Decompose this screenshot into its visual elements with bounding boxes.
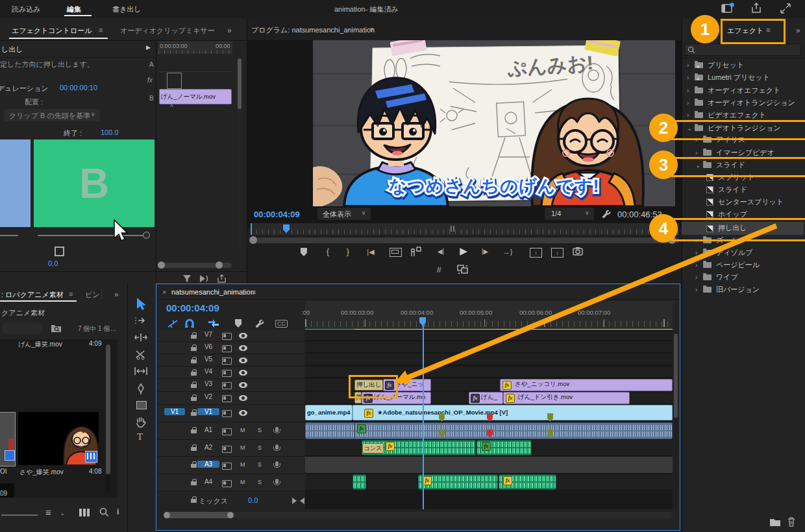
effects-tree-video-effects[interactable]: ›ビデオエフェクト (682, 109, 804, 121)
effects-overflow-icon[interactable]: » (796, 26, 800, 35)
go-to-in-button[interactable]: |◀ (364, 248, 378, 256)
mix-track-header[interactable]: ミックス 0.0 (157, 493, 304, 509)
project-menu-icon[interactable]: ≡ (69, 290, 73, 298)
timeline-vscroll-thumb[interactable] (674, 333, 678, 418)
program-menu-icon[interactable]: ≡ (369, 25, 373, 33)
eye-icon[interactable] (239, 370, 247, 376)
share-export-icon[interactable] (750, 3, 762, 14)
new-folder-icon[interactable] (769, 518, 781, 527)
timeline-tab-close-icon[interactable]: × (162, 288, 166, 296)
project-breadcrumb[interactable]: クアニメ素材 (1, 308, 45, 318)
mute-button[interactable]: M (240, 427, 245, 433)
menu-export[interactable]: 書き出し (112, 5, 142, 14)
captions-cc-icon[interactable]: CC (275, 320, 288, 328)
duration-value[interactable]: 00:00:00:10 (60, 84, 97, 91)
checkbox-icon[interactable] (55, 247, 64, 256)
effect-row-pushout[interactable]: し出し ▶ (0, 42, 156, 58)
mic-icon[interactable] (275, 461, 279, 466)
tab-project[interactable]: : ロパクアニメ素材 (1, 290, 64, 300)
zoom-level-select[interactable]: 全体表示 ∨ (317, 208, 371, 220)
tab-audio-clip-mixer[interactable]: オーディオクリップミキサー (120, 26, 215, 36)
eye-icon[interactable] (239, 410, 247, 416)
media-thumbnail[interactable] (18, 412, 99, 465)
play-around-icon[interactable] (199, 274, 209, 283)
program-scroll-handle-left[interactable] (249, 236, 257, 244)
timeline-hscroll-thumb[interactable] (166, 512, 230, 518)
eye-icon[interactable] (239, 345, 247, 351)
type-tool[interactable]: T (137, 431, 143, 442)
bottom-value[interactable]: 0.0 (48, 260, 58, 267)
effects-tree-whip[interactable]: ホイップ (682, 208, 804, 221)
clip-v3-saya-nikkori[interactable]: fxさや_ニッコリ.mov (500, 379, 673, 391)
export-icon[interactable] (217, 274, 227, 283)
export-frame-camera-button[interactable] (573, 247, 583, 256)
export-frame-button[interactable] (411, 247, 421, 257)
ec-hscroll-handle-right[interactable] (216, 261, 223, 269)
ripple-edit-tool[interactable] (134, 333, 147, 342)
menu-import[interactable]: 読み込み (12, 5, 41, 14)
effects-menu-icon[interactable]: ≡ (766, 26, 770, 34)
timeline-ruler[interactable]: :00 00:00:03:00 00:00:04:00 00:00:05:00 … (305, 301, 673, 329)
effects-tree-audio-effects[interactable]: ›オーディオエフェクト (682, 84, 804, 97)
ec-vscrollbar[interactable] (238, 57, 242, 248)
ec-vscroll-thumb[interactable] (238, 58, 242, 109)
linked-selection-icon[interactable] (208, 319, 219, 328)
clipped-item-name[interactable]: げん_爆笑.mov (18, 340, 62, 349)
ec-clip-b[interactable]: げん_ノーマル.mov (159, 89, 232, 104)
effects-tree-iris[interactable]: ›アイリス (682, 134, 804, 146)
list-view-icon[interactable]: ≡ (45, 507, 51, 518)
program-scrub-ruler[interactable] (251, 223, 679, 235)
info-icon[interactable]: i (117, 507, 119, 516)
track-header-v4[interactable]: V4 (157, 367, 304, 379)
eye-icon[interactable] (239, 395, 247, 401)
razor-tool[interactable] (135, 350, 147, 360)
clip-a4-audio-1[interactable] (353, 474, 366, 490)
effects-tree-split[interactable]: スプリット (682, 171, 804, 184)
mic-icon[interactable] (275, 444, 279, 450)
effects-tree-video-transitions[interactable]: ⌄ビデオトランジション (682, 122, 804, 134)
add-marker-button[interactable] (301, 248, 307, 256)
partial-selected-thumbnail[interactable] (0, 412, 16, 466)
selection-tool[interactable] (136, 298, 147, 311)
mute-button[interactable]: M (240, 479, 245, 485)
timeline-settings-wrench-icon[interactable] (254, 319, 265, 329)
menu-edit[interactable]: 編集 (67, 5, 81, 14)
effects-tree-page-peel[interactable]: ›ページピール (682, 259, 804, 271)
snap-edits-icon[interactable] (167, 319, 179, 328)
playback-resolution-select[interactable]: 1/4 ∨ (545, 208, 594, 220)
mic-icon[interactable] (275, 479, 279, 484)
effects-tree-lumetri-presets[interactable]: ›Lumetri プリセット (682, 71, 804, 84)
clip-v2-gen-donbiki[interactable]: fxげん_ドン引き.mov (503, 392, 630, 404)
mark-in-button[interactable]: { (321, 247, 335, 256)
slider-track-left[interactable] (0, 235, 18, 236)
go-to-out-button[interactable]: →} (501, 248, 515, 256)
panel-overflow-icon[interactable]: » (227, 26, 232, 35)
mic-icon[interactable] (275, 427, 279, 432)
track-select-forward-tool[interactable] (134, 316, 147, 325)
slip-tool[interactable] (134, 367, 148, 376)
eye-icon[interactable] (239, 382, 247, 388)
mute-button[interactable]: M (240, 461, 245, 468)
program-timecode[interactable]: 00:00:04:09 (254, 210, 300, 219)
track-header-v7[interactable]: V7 (157, 330, 304, 342)
caret-up-icon[interactable]: ^ (170, 104, 173, 111)
project-vscroll-thumb[interactable] (106, 345, 110, 474)
slider-handle[interactable] (143, 232, 150, 239)
safe-margins-button[interactable] (390, 248, 402, 257)
track-header-a2[interactable]: A2MS (157, 440, 304, 457)
workspace-icon[interactable] (721, 3, 734, 14)
snap-magnet-icon[interactable] (184, 319, 195, 328)
alignment-dropdown[interactable]: クリップ B の先頭を基準 ∨ (4, 109, 100, 121)
clip-v1-go-anime[interactable]: go_anime.mp4 [V] (305, 405, 353, 420)
effects-search-input[interactable] (684, 43, 801, 56)
search-icon[interactable] (99, 507, 109, 517)
hand-tool[interactable] (136, 417, 146, 428)
mix-value[interactable]: 0.0 (248, 496, 258, 504)
track-header-v3[interactable]: V3 (157, 379, 304, 392)
solo-button[interactable]: S (258, 461, 262, 468)
program-video-frame[interactable]: ぷんみお! (313, 40, 675, 206)
expand-arrow-icon[interactable]: ▶ (146, 44, 151, 51)
timeline-hscrollbar[interactable] (166, 512, 673, 518)
track-header-v6[interactable]: V6 (157, 342, 304, 354)
project-search-input[interactable] (1, 322, 43, 334)
